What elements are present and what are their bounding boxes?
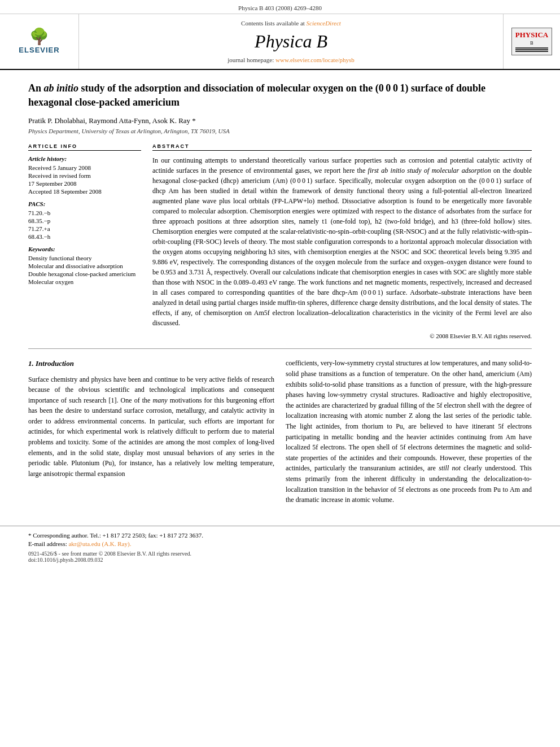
elsevier-tree-icon: 🌳: [29, 29, 49, 45]
footer-area: * Corresponding author. Tel.: +1 817 272…: [0, 526, 560, 569]
keyword-1: Density functional theory: [28, 255, 141, 261]
pacs-item-4: 68.43.−h: [28, 233, 141, 240]
article-info-abstract: Article Info Article history: Received 5…: [28, 143, 532, 339]
elsevier-label: ELSEVIER: [19, 46, 59, 54]
revised-date: 17 September 2008: [28, 180, 141, 187]
abstract-text: In our continuing attempts to understand…: [152, 155, 532, 328]
footnote-email[interactable]: akr@uta.edu (A.K. Ray).: [68, 540, 131, 547]
article-info-column: Article Info Article history: Received 5…: [28, 143, 141, 339]
keyword-2: Molecular and dissociative adsorption: [28, 263, 141, 269]
sciencedirect-line: Contents lists available at ScienceDirec…: [241, 20, 341, 27]
intro-left-column: 1. Introduction Surface chemistry and ph…: [28, 358, 274, 505]
received-revised-label: Received in revised form: [28, 172, 141, 179]
main-content: An ab initio study of the adsorption and…: [0, 70, 560, 517]
copyright-footer: 0921-4526/$ - see front matter © 2008 El…: [28, 551, 532, 557]
pacs-section: PACS: 71.20.−b 68.35.−p 71.27.+a 68.43.−…: [28, 200, 141, 240]
pacs-item-3: 71.27.+a: [28, 225, 141, 232]
journal-citation: Physica B 403 (2008) 4269–4280: [238, 5, 322, 11]
authors: Pratik P. Dholabhai, Raymond Atta-Fynn, …: [28, 116, 532, 125]
journal-banner: 🌳 ELSEVIER Contents lists available at S…: [0, 14, 560, 70]
affiliation: Physics Department, University of Texas …: [28, 128, 532, 134]
section-divider: [28, 348, 532, 349]
homepage-line: journal homepage: www.elsevier.com/locat…: [228, 56, 355, 63]
pacs-item-1: 71.20.−b: [28, 209, 141, 216]
abstract-header: ABSTRACT: [152, 143, 532, 151]
abstract-copyright: © 2008 Elsevier B.V. All rights reserved…: [152, 333, 532, 339]
intro-right-text: coefficients, very-low-symmetry crystal …: [286, 358, 532, 505]
accepted-date: Accepted 18 September 2008: [28, 188, 141, 195]
physica-badge-title: PHYSICA: [515, 30, 549, 40]
journal-header: Physica B 403 (2008) 4269–4280: [0, 0, 560, 14]
received-date: Received 5 January 2008: [28, 164, 141, 171]
article-info-header: Article Info: [28, 143, 141, 151]
physica-badge: PHYSICA B: [511, 28, 553, 55]
intro-right-column: coefficients, very-low-symmetry crystal …: [286, 358, 532, 505]
intro-left-text: Surface chemistry and physics have been …: [28, 374, 274, 479]
article-history-label: Article history:: [28, 155, 141, 162]
keywords-section: Keywords: Density functional theory Mole…: [28, 246, 141, 285]
keywords-label: Keywords:: [28, 246, 141, 252]
physica-badge-sub: B: [515, 41, 549, 46]
footnote-email-line: E-mail address: akr@uta.edu (A.K. Ray).: [28, 540, 532, 547]
article-title: An ab initio study of the adsorption and…: [28, 81, 532, 110]
homepage-link[interactable]: www.elsevier.com/locate/physb: [275, 56, 355, 63]
elsevier-logo-area: 🌳 ELSEVIER: [0, 14, 79, 69]
introduction-section: 1. Introduction Surface chemistry and ph…: [28, 358, 532, 505]
journal-title-banner: Physica B: [255, 31, 327, 52]
intro-title: 1. Introduction: [28, 358, 274, 369]
journal-title-area: Contents lists available at ScienceDirec…: [79, 14, 504, 69]
abstract-column: ABSTRACT In our continuing attempts to u…: [152, 143, 532, 339]
physica-badge-area: PHYSICA B: [504, 14, 560, 69]
footnote-correspondence: * Corresponding author. Tel.: +1 817 272…: [28, 532, 532, 539]
doi-line: doi:10.1016/j.physb.2008.09.032: [28, 557, 532, 563]
keyword-3: Double hexagonal close-packed americium: [28, 270, 141, 277]
pacs-label: PACS:: [28, 200, 141, 207]
sciencedirect-link[interactable]: ScienceDirect: [307, 20, 341, 27]
keyword-4: Molecular oxygen: [28, 278, 141, 285]
pacs-item-2: 68.35.−p: [28, 217, 141, 224]
